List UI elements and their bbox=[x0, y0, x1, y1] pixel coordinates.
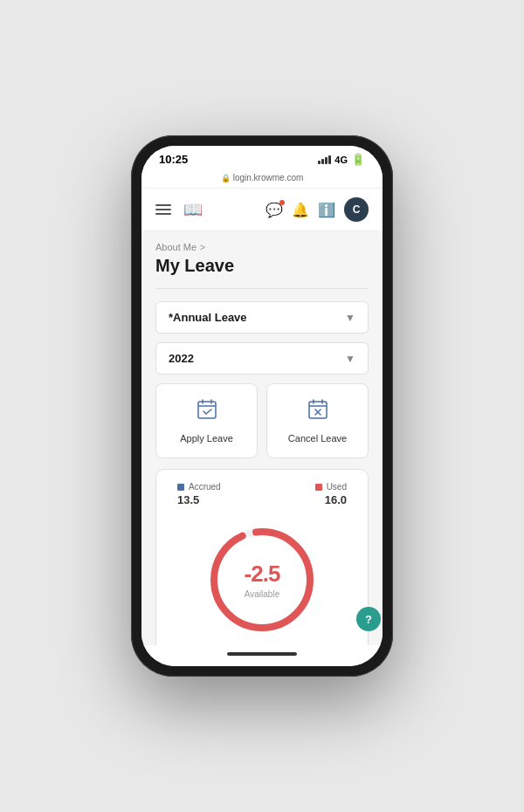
breadcrumb: About Me > bbox=[155, 242, 369, 252]
page-title: My Leave bbox=[155, 256, 369, 276]
accrued-label: Accrued bbox=[189, 482, 221, 492]
url-bar: 🔒 login.krowme.com bbox=[141, 169, 383, 189]
accrued-dot bbox=[177, 484, 184, 491]
home-indicator bbox=[227, 652, 297, 656]
user-avatar[interactable]: C bbox=[344, 197, 369, 222]
action-buttons-row: Apply Leave Cancel Leave bbox=[155, 383, 369, 458]
used-dot bbox=[315, 484, 322, 491]
cancel-leave-button[interactable]: Cancel Leave bbox=[266, 383, 369, 458]
status-bar: 10:25 4G 🔋 bbox=[141, 146, 383, 169]
menu-button[interactable] bbox=[155, 204, 171, 215]
app-header: 📖 💬 🔔 ℹ️ C bbox=[141, 189, 383, 231]
lock-icon: 🔒 bbox=[221, 174, 231, 182]
help-fab-button[interactable]: ? bbox=[356, 607, 381, 631]
phone-screen: 10:25 4G 🔋 🔒 login.krowme.com bbox=[141, 146, 383, 666]
year-arrow-icon: ▼ bbox=[345, 353, 355, 365]
year-dropdown[interactable]: 2022 ▼ bbox=[155, 342, 369, 375]
accrued-legend: Accrued 13.5 bbox=[177, 482, 221, 506]
messages-icon[interactable]: 💬 bbox=[265, 202, 283, 218]
leave-type-arrow-icon: ▼ bbox=[345, 312, 355, 324]
header-right: 💬 🔔 ℹ️ C bbox=[265, 197, 369, 222]
title-divider bbox=[155, 288, 369, 289]
notification-dot bbox=[279, 200, 285, 205]
apply-leave-label: Apply Leave bbox=[180, 433, 233, 444]
used-legend: Used 16.0 bbox=[315, 482, 347, 506]
apply-leave-button[interactable]: Apply Leave bbox=[155, 383, 258, 458]
donut-center: -2.5 Available bbox=[245, 561, 280, 599]
header-left: 📖 bbox=[155, 200, 203, 219]
status-icons: 4G 🔋 bbox=[318, 153, 365, 166]
used-value: 16.0 bbox=[325, 493, 347, 506]
main-content: About Me > My Leave *Annual Leave ▼ 2022… bbox=[141, 231, 383, 645]
bell-icon[interactable]: 🔔 bbox=[292, 202, 309, 218]
breadcrumb-parent: About Me bbox=[155, 242, 196, 252]
year-label: 2022 bbox=[169, 352, 194, 365]
leave-type-label: *Annual Leave bbox=[169, 311, 247, 324]
used-label: Used bbox=[327, 482, 347, 492]
accrued-header: Accrued bbox=[177, 482, 221, 492]
available-label: Available bbox=[245, 589, 279, 599]
stats-legend: Accrued 13.5 Used 16.0 bbox=[169, 482, 355, 506]
status-time: 10:25 bbox=[159, 153, 188, 166]
accrued-value: 13.5 bbox=[177, 493, 199, 506]
network-type: 4G bbox=[334, 155, 348, 165]
signal-bars-icon bbox=[318, 155, 331, 164]
svg-rect-0 bbox=[198, 402, 216, 418]
phone-shell: 10:25 4G 🔋 🔒 login.krowme.com bbox=[131, 135, 393, 677]
stats-card: Accrued 13.5 Used 16.0 bbox=[155, 469, 369, 645]
cancel-leave-label: Cancel Leave bbox=[288, 433, 347, 444]
bottom-bar bbox=[141, 645, 383, 666]
svg-rect-4 bbox=[309, 402, 327, 418]
url-text: login.krowme.com bbox=[233, 173, 304, 182]
breadcrumb-separator: > bbox=[200, 243, 205, 252]
leave-type-dropdown[interactable]: *Annual Leave ▼ bbox=[155, 301, 369, 334]
logo-icon: 📖 bbox=[183, 200, 203, 219]
used-header: Used bbox=[315, 482, 347, 492]
battery-icon: 🔋 bbox=[351, 153, 365, 166]
apply-leave-icon bbox=[196, 398, 218, 426]
info-icon[interactable]: ℹ️ bbox=[318, 202, 335, 218]
cancel-leave-icon bbox=[307, 398, 329, 426]
available-value: -2.5 bbox=[245, 561, 280, 588]
donut-chart: -2.5 Available bbox=[201, 519, 323, 641]
